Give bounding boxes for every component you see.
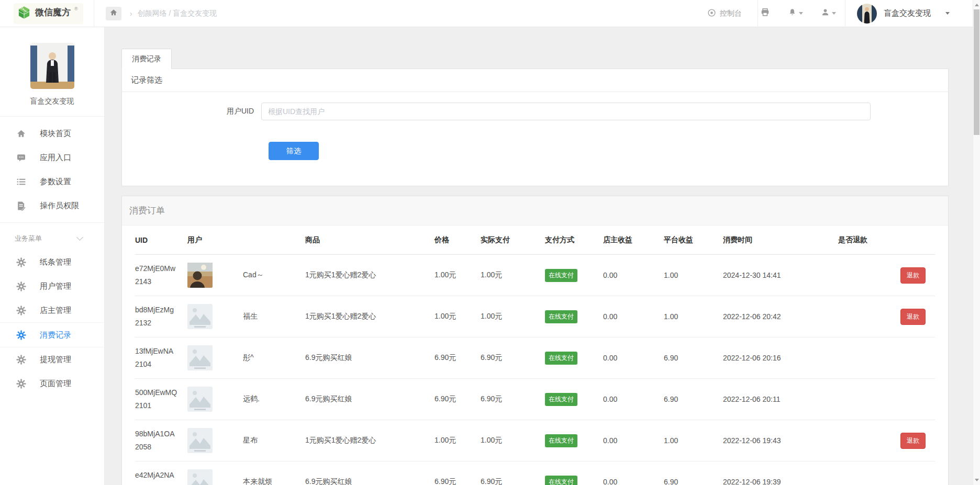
refund-button[interactable]: 退款 [900, 267, 926, 284]
gear-icon [16, 378, 26, 389]
comment-icon [16, 152, 26, 163]
sidebar-item-label: 提现管理 [40, 355, 71, 365]
table-row: e72MjE0Mw2143 Cad～ 1元购买1爱心赠2爱心 1.00元 1.0… [135, 255, 935, 296]
payment-cell: 在线支付 [545, 476, 603, 485]
sidebar-item-operator-permissions[interactable]: 操作员权限 [0, 194, 104, 218]
topbar: 微信魔方 ® › 创颜网络 / 盲盒交友变现 控制台 [0, 0, 973, 27]
platform-income-value: 6.90 [664, 395, 723, 403]
product-name: 1元购买1爱心赠2爱心 [305, 312, 435, 321]
consume-time: 2022-12-06 20:11 [723, 395, 838, 403]
column-header: 用户 [187, 235, 243, 245]
column-header: 商品 [305, 235, 435, 245]
sidebar-item-app-entry[interactable]: 应用入口 [0, 145, 104, 170]
sidebar-item-note-management[interactable]: 纸条管理 [0, 250, 104, 274]
column-header: UID [135, 236, 187, 244]
product-name: 6.9元购买红娘 [305, 353, 435, 363]
breadcrumb: 创颜网络 / 盲盒交友变现 [138, 9, 217, 18]
owner-income-value: 0.00 [603, 436, 664, 445]
consume-time: 2022-12-06 19:43 [723, 436, 838, 445]
refund-button[interactable]: 退款 [900, 309, 926, 325]
sidebar-item-withdrawal-management[interactable]: 提现管理 [0, 347, 104, 371]
owner-income-value: 0.00 [603, 271, 664, 279]
sidebar-item-param-settings[interactable]: 参数设置 [0, 170, 104, 194]
account-caret-icon[interactable] [945, 12, 950, 15]
column-header: 实际支付 [481, 235, 545, 245]
app-logo[interactable]: 微信魔方 ® [14, 3, 83, 24]
payment-cell: 在线支付 [545, 310, 603, 323]
broken-image-placeholder-icon [187, 304, 213, 329]
sidebar-item-user-management[interactable]: 用户管理 [0, 274, 104, 298]
product-name: 1元购买1爱心赠2爱心 [305, 270, 435, 280]
sidebar-app-name: 盲盒交友变现 [0, 97, 104, 106]
paid-value: 1.00元 [481, 312, 545, 321]
column-header [243, 236, 305, 244]
page-scrollbar[interactable] [973, 0, 980, 485]
uid-input[interactable] [261, 103, 871, 120]
table-row: 500MjEwMQ2101 远鹤. 6.9元购买红娘 6.90元 6.90元 在… [135, 379, 935, 420]
paid-value: 6.90元 [481, 353, 545, 363]
platform-income-value: 1.00 [664, 436, 723, 445]
main-content: 消费记录 记录筛选 用户UID 筛选 消费订单 UID 用户 商品 价格 实际支… [105, 27, 973, 485]
scrollbar-down-arrow[interactable] [973, 476, 980, 484]
home-icon [109, 8, 118, 19]
sidebar-group-business-menu[interactable]: 业务菜单 [0, 223, 104, 250]
scrollbar-thumb[interactable] [974, 9, 979, 135]
product-name: 6.9元购买红娘 [305, 477, 435, 485]
sidebar-item-label: 用户管理 [40, 281, 71, 291]
column-header: 价格 [435, 235, 481, 245]
user-name: 本来就烦 [243, 477, 305, 485]
sidebar-nav-main: 模块首页 应用入口 参数设置 操作员权限 [0, 117, 104, 218]
filter-submit-button[interactable]: 筛选 [269, 142, 319, 160]
orders-table-header: UID 用户 商品 价格 实际支付 支付方式 店主收益 平台收益 消费时间 是否… [135, 225, 935, 255]
payment-cell: 在线支付 [545, 434, 603, 447]
table-row: 13fMjEwNA2104 彤^ 6.9元购买红娘 6.90元 6.90元 在线… [135, 337, 935, 379]
orders-table: UID 用户 商品 价格 实际支付 支付方式 店主收益 平台收益 消费时间 是否… [122, 225, 948, 485]
uid-cell: e72MjE0Mw2143 [135, 264, 187, 286]
refund-cell: 退款 [838, 267, 935, 284]
consume-time: 2022-12-06 20:16 [723, 354, 838, 362]
consume-time: 2024-12-30 14:41 [723, 271, 838, 279]
sidebar-item-module-home[interactable]: 模块首页 [0, 121, 104, 145]
home-icon [16, 128, 26, 139]
uid-cell: bd8MjEzMg2132 [135, 306, 187, 328]
notifications-button[interactable] [788, 8, 803, 19]
sidebar-item-page-management[interactable]: 页面管理 [0, 371, 104, 396]
logo-text: 微信魔方 [35, 5, 71, 20]
broken-image-placeholder-icon [187, 387, 213, 412]
platform-income-value: 6.90 [664, 354, 723, 362]
person-icon [821, 8, 830, 19]
product-name: 6.9元购买红娘 [305, 394, 435, 404]
filter-panel-title: 记录筛选 [122, 69, 948, 92]
sidebar: 盲盒交友变现 模块首页 应用入口 参数设置 操作员权限 业务菜单 纸条管理 用户… [0, 27, 105, 485]
uid-cell: 98bMjA1OA2058 [135, 430, 187, 452]
scrollbar-up-arrow[interactable] [973, 1, 980, 9]
sidebar-nav-business: 纸条管理 用户管理 店主管理 消费记录 提现管理 页面管理 [0, 250, 104, 396]
consume-time: 2022-12-06 19:39 [723, 478, 838, 485]
user-name: Cad～ [243, 270, 305, 280]
refund-button[interactable]: 退款 [900, 433, 926, 449]
account-name[interactable]: 盲盒交友变现 [884, 8, 931, 18]
uid-label: 用户UID [122, 107, 261, 116]
tab-consumption-records[interactable]: 消费记录 [121, 49, 172, 69]
breadcrumb-home-button[interactable] [106, 7, 121, 20]
console-button[interactable]: 控制台 [707, 8, 742, 19]
refund-cell: 退款 [838, 433, 935, 449]
column-header: 是否退款 [838, 235, 935, 245]
column-header: 消费时间 [723, 235, 838, 245]
broken-image-placeholder-icon [187, 345, 213, 370]
printer-button[interactable] [760, 7, 770, 19]
payment-cell: 在线支付 [545, 352, 603, 365]
account-menu-button[interactable] [821, 8, 836, 19]
sidebar-item-label: 店主管理 [40, 306, 71, 315]
uid-cell: 500MjEwMQ2101 [135, 388, 187, 410]
account-avatar[interactable] [857, 4, 877, 24]
avatar-image [857, 4, 877, 24]
platform-income-value: 1.00 [664, 271, 723, 279]
user-name: 彤^ [243, 353, 305, 363]
sidebar-item-label: 消费记录 [40, 330, 71, 340]
sidebar-item-consumption-records[interactable]: 消费记录 [0, 322, 104, 347]
payment-method-badge: 在线支付 [545, 310, 577, 323]
sidebar-item-shop-owner-management[interactable]: 店主管理 [0, 298, 104, 322]
table-row: bd8MjEzMg2132 福生 1元购买1爱心赠2爱心 1.00元 1.00元… [135, 296, 935, 337]
payment-method-badge: 在线支付 [545, 352, 577, 365]
